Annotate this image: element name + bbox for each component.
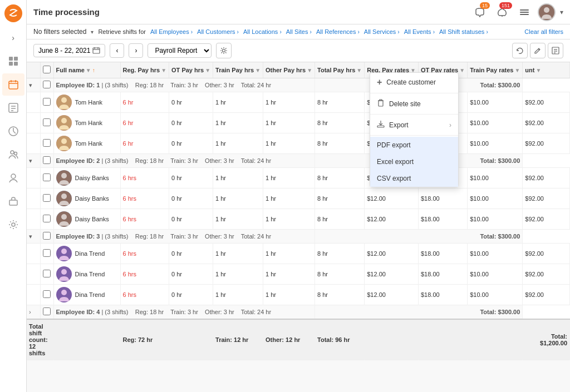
- filter-all-services[interactable]: All Services ›: [364, 28, 400, 35]
- svg-rect-21: [520, 12, 529, 13]
- clear-all-filters[interactable]: Clear all filters: [524, 28, 563, 35]
- train-hrs-filter-icon[interactable]: ▼: [255, 67, 261, 73]
- col-ot-pay-hrs: OT Pay hrs ▼: [169, 62, 213, 78]
- prev-period-button[interactable]: ‹: [110, 43, 124, 58]
- filter-all-customers[interactable]: All Customers ›: [197, 28, 239, 35]
- ot-hrs-filter-icon[interactable]: ▼: [205, 67, 210, 73]
- svg-rect-4: [14, 62, 18, 66]
- table-area[interactable]: Full name ▼ ↑ Reg. Pay hrs ▼ OT Pay hrs …: [27, 62, 570, 392]
- filter-all-shift-statuses[interactable]: All Shift statuses ›: [439, 28, 488, 35]
- row-checkbox[interactable]: [43, 249, 51, 257]
- user-avatar[interactable]: [538, 3, 556, 21]
- reg-hrs-filter-icon[interactable]: ▼: [161, 67, 166, 73]
- svg-point-24: [544, 7, 549, 13]
- report-settings-button[interactable]: [216, 43, 232, 58]
- expand-group-3[interactable]: ▾: [29, 233, 32, 240]
- refresh-button[interactable]: [512, 43, 528, 58]
- row-checkbox[interactable]: [43, 194, 51, 202]
- messages-button[interactable]: 15: [471, 3, 489, 21]
- sidebar-item-people[interactable]: [2, 143, 24, 166]
- other-hrs-filter-icon[interactable]: ▼: [307, 67, 312, 73]
- employee-name: Tom Hank: [75, 140, 103, 147]
- row-checkbox[interactable]: [43, 270, 51, 277]
- row-checkbox[interactable]: [43, 290, 51, 298]
- svg-point-44: [61, 193, 67, 199]
- sidebar-item-schedule[interactable]: [2, 97, 24, 119]
- col-train-pay-rates: Train Pay rates ▼: [468, 62, 523, 78]
- employee-name: Tom Hank: [75, 120, 103, 126]
- sidebar-item-briefcase[interactable]: [2, 190, 24, 212]
- svg-rect-53: [379, 101, 383, 106]
- export-button[interactable]: [548, 43, 563, 58]
- download-icon: [377, 120, 385, 130]
- expand-group-2[interactable]: ▾: [29, 157, 32, 164]
- group-2-checkbox[interactable]: [43, 156, 51, 164]
- excel-export-label: Excel export: [377, 158, 414, 166]
- group-1-checkbox[interactable]: [43, 81, 51, 88]
- filter-all-sites[interactable]: All Sites ›: [286, 28, 312, 35]
- filter-all-events[interactable]: All Events ›: [404, 28, 435, 35]
- name-sort-icon[interactable]: ↑: [92, 67, 95, 73]
- svg-rect-25: [93, 48, 100, 53]
- ot-rates-filter-icon[interactable]: ▼: [459, 67, 465, 73]
- filter-all-employees[interactable]: All Employees ›: [150, 28, 193, 35]
- sidebar-item-dashboard[interactable]: [2, 50, 24, 72]
- expand-group-1[interactable]: ▾: [29, 82, 32, 88]
- avatar: [56, 191, 72, 206]
- group-4-checkbox[interactable]: [43, 307, 51, 315]
- table-row: Dina Trend 6 hrs 0 hr 1 hr 1 hr 8 hr $12…: [27, 264, 570, 285]
- avatar: [56, 211, 72, 227]
- sidebar-item-users[interactable]: [2, 167, 24, 189]
- filter-caret[interactable]: ▾: [91, 29, 94, 35]
- employee-name: Dina Trend: [75, 250, 105, 257]
- row-checkbox[interactable]: [43, 215, 51, 222]
- user-dropdown-arrow[interactable]: ▾: [560, 8, 563, 16]
- report-type-select[interactable]: Payroll Report: [148, 43, 212, 58]
- avatar: [56, 287, 72, 302]
- employee-name: Tom Hank: [75, 99, 103, 106]
- sidebar-item-breadcrumb[interactable]: ›: [2, 27, 24, 49]
- row-checkbox[interactable]: [43, 118, 51, 126]
- svg-point-48: [61, 249, 67, 254]
- total-hrs-filter-icon[interactable]: ▼: [356, 67, 362, 73]
- trash-icon: [377, 99, 385, 108]
- alerts-button[interactable]: 151: [493, 3, 511, 21]
- avatar: [56, 95, 72, 110]
- create-customer-menu-item[interactable]: + Create customer: [370, 73, 458, 92]
- svg-point-16: [11, 174, 16, 178]
- group-3-checkbox[interactable]: [43, 232, 51, 240]
- filter-all-references[interactable]: All References ›: [316, 28, 360, 35]
- filter-all-locations[interactable]: All Locations ›: [243, 28, 282, 35]
- date-range-picker[interactable]: June 8 - 22, 2021: [33, 44, 105, 57]
- sidebar-logo[interactable]: [4, 4, 22, 22]
- svg-point-18: [12, 223, 15, 226]
- row-checkbox[interactable]: [43, 173, 51, 181]
- next-period-button[interactable]: ›: [129, 43, 143, 58]
- sidebar-item-settings[interactable]: [2, 214, 24, 236]
- col-train-pay-hrs: Train Pay hrs ▼: [213, 62, 263, 78]
- alerts-badge: 151: [499, 2, 512, 9]
- top-bar-right: 15 151 ▾: [471, 3, 563, 21]
- svg-point-50: [61, 269, 67, 275]
- excel-export-menu-item[interactable]: Excel export: [370, 153, 458, 170]
- train-rates-filter-icon[interactable]: ▼: [514, 67, 520, 73]
- svg-rect-3: [9, 62, 13, 66]
- logo-text: [6, 5, 21, 22]
- expand-group-4[interactable]: ›: [29, 309, 31, 315]
- edit-button[interactable]: [530, 43, 546, 58]
- pdf-export-menu-item[interactable]: PDF export: [370, 137, 458, 153]
- extra-filter-icon[interactable]: ▼: [535, 67, 541, 73]
- csv-export-menu-item[interactable]: CSV export: [370, 170, 458, 187]
- svg-point-15: [14, 152, 17, 155]
- svg-point-42: [61, 173, 67, 178]
- sidebar-item-reports[interactable]: [2, 120, 24, 142]
- select-all-checkbox[interactable]: [43, 66, 51, 73]
- sidebar-item-calendar[interactable]: [2, 73, 24, 96]
- row-checkbox[interactable]: [43, 98, 51, 106]
- row-checkbox[interactable]: [43, 139, 51, 147]
- delete-site-menu-item[interactable]: Delete site: [370, 95, 458, 113]
- table-row: Daisy Banks 6 hrs 0 hr 1 hr 1 hr 8 hr $1…: [27, 168, 570, 188]
- name-filter-icon[interactable]: ▼: [86, 67, 91, 73]
- menu-button[interactable]: [515, 3, 533, 21]
- export-menu-item[interactable]: Export ›: [370, 116, 458, 134]
